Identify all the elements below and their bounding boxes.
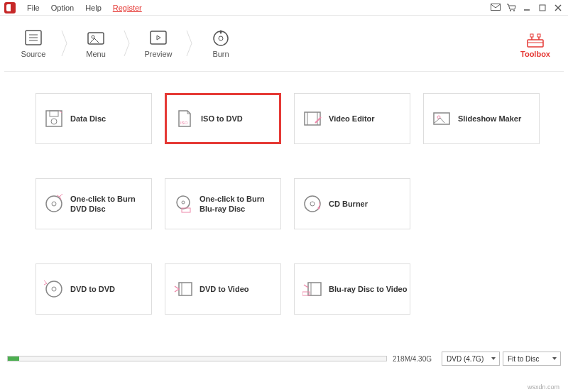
svg-rect-13 — [151, 31, 166, 44]
card-one-click-bluray[interactable]: One-click to Burn Blu-ray Disc — [165, 178, 281, 229]
svg-rect-0 — [491, 4, 501, 10]
card-label: Blu-ray Disc to Video — [329, 284, 407, 294]
watermark: wsxdn.com — [528, 383, 559, 391]
svg-rect-40 — [179, 283, 192, 295]
mail-icon[interactable] — [490, 2, 501, 13]
card-dvd-to-video[interactable]: DVD to Video — [165, 263, 281, 315]
card-label: CD Burner — [329, 199, 368, 209]
svg-rect-4 — [540, 5, 545, 11]
step-burn[interactable]: Burn — [193, 18, 248, 68]
source-icon — [23, 28, 43, 47]
chevron-icon — [186, 18, 193, 68]
toolbox-icon — [525, 30, 546, 48]
svg-marker-14 — [157, 36, 160, 40]
card-label: Video Editor — [329, 114, 375, 124]
cd-icon — [302, 193, 323, 214]
svg-point-30 — [46, 196, 62, 212]
step-source-label: Source — [21, 50, 46, 58]
svg-rect-20 — [537, 34, 540, 37]
svg-point-16 — [219, 36, 223, 40]
video-editor-icon — [302, 108, 323, 129]
svg-point-39 — [52, 287, 56, 291]
step-preview[interactable]: Preview — [131, 18, 186, 68]
svg-rect-25 — [305, 112, 320, 125]
svg-rect-42 — [308, 283, 321, 295]
iso-file-icon: ISO — [174, 108, 195, 129]
svg-text:ISO: ISO — [180, 121, 188, 125]
fit-dropdown[interactable]: Fit to Disc — [503, 352, 561, 366]
menu-register[interactable]: Register — [107, 2, 148, 13]
menu-help[interactable]: Help — [80, 2, 107, 13]
statusbar: 218M/4.30G DVD (4.7G) Fit to Disc wsxdn.… — [0, 349, 568, 392]
titlebar: File Option Help Register — [0, 0, 568, 16]
svg-point-1 — [510, 10, 511, 11]
step-source[interactable]: Source — [6, 18, 61, 68]
disc-type-dropdown[interactable]: DVD (4.7G) — [442, 352, 500, 366]
close-icon[interactable] — [552, 2, 564, 13]
step-menu-label: Menu — [86, 50, 106, 58]
step-preview-label: Preview — [144, 50, 172, 58]
svg-point-37 — [318, 207, 320, 209]
svg-point-33 — [182, 201, 185, 204]
chevron-icon — [61, 18, 68, 68]
card-label: ISO to DVD — [201, 114, 243, 124]
menu-file[interactable]: File — [21, 2, 45, 13]
card-data-disc[interactable]: Data Disc — [36, 93, 152, 144]
svg-point-23 — [51, 119, 57, 124]
svg-rect-17 — [528, 40, 543, 47]
progress-bar — [7, 356, 387, 361]
toolbox-button[interactable]: Toolbox — [513, 21, 558, 67]
svg-point-2 — [513, 10, 515, 11]
maximize-icon[interactable] — [537, 2, 548, 13]
bluray-video-icon — [302, 278, 323, 300]
step-burn-label: Burn — [212, 50, 229, 58]
svg-point-31 — [52, 202, 56, 206]
chevron-icon — [124, 18, 131, 68]
card-cd-burner[interactable]: CD Burner — [294, 178, 410, 229]
card-grid: Data Disc ISO ISO to DVD Video Editor Sl… — [0, 72, 568, 329]
svg-point-35 — [305, 196, 320, 212]
card-label: DVD to Video — [200, 284, 248, 294]
svg-point-32 — [177, 196, 190, 209]
svg-point-36 — [310, 202, 315, 206]
card-label: One-click to Burn DVD Disc — [70, 194, 151, 214]
app-logo-icon — [4, 2, 16, 13]
card-label: Data Disc — [70, 114, 106, 124]
card-label: DVD to DVD — [70, 284, 115, 294]
card-label: One-click to Burn Blu-ray Disc — [200, 194, 280, 214]
card-bluray-to-video[interactable]: Blu-ray Disc to Video — [294, 263, 410, 315]
toolbox-label: Toolbox — [520, 50, 550, 58]
step-menu[interactable]: Menu — [68, 18, 124, 68]
card-iso-to-dvd[interactable]: ISO ISO to DVD — [165, 93, 281, 144]
disc-burn-icon — [43, 193, 65, 214]
cart-icon[interactable] — [506, 2, 517, 13]
bluray-burn-icon — [173, 193, 194, 214]
svg-rect-22 — [50, 111, 58, 116]
dvd-video-icon — [173, 278, 194, 300]
dvd-copy-icon — [43, 278, 65, 300]
menu-icon — [86, 28, 106, 47]
progress-fill — [8, 356, 19, 361]
preview-icon — [148, 28, 168, 47]
burn-icon — [211, 28, 231, 47]
card-dvd-to-dvd[interactable]: DVD to DVD — [36, 263, 152, 315]
card-video-editor[interactable]: Video Editor — [294, 93, 410, 144]
minimize-icon[interactable] — [521, 2, 532, 13]
svg-point-38 — [46, 281, 62, 297]
empty-cell — [423, 263, 540, 315]
toolbar: Source Menu Preview Burn Toolbox — [0, 16, 568, 71]
card-slideshow-maker[interactable]: Slideshow Maker — [423, 93, 540, 144]
svg-rect-28 — [434, 113, 449, 124]
card-label: Slideshow Maker — [458, 114, 521, 124]
progress-text: 218M/4.30G — [393, 355, 432, 363]
floppy-icon — [43, 108, 65, 129]
menu-option[interactable]: Option — [45, 2, 80, 13]
slideshow-icon — [431, 108, 452, 129]
card-one-click-dvd[interactable]: One-click to Burn DVD Disc — [36, 178, 152, 229]
svg-rect-19 — [530, 34, 533, 37]
svg-point-12 — [92, 36, 94, 38]
empty-cell — [423, 178, 540, 229]
